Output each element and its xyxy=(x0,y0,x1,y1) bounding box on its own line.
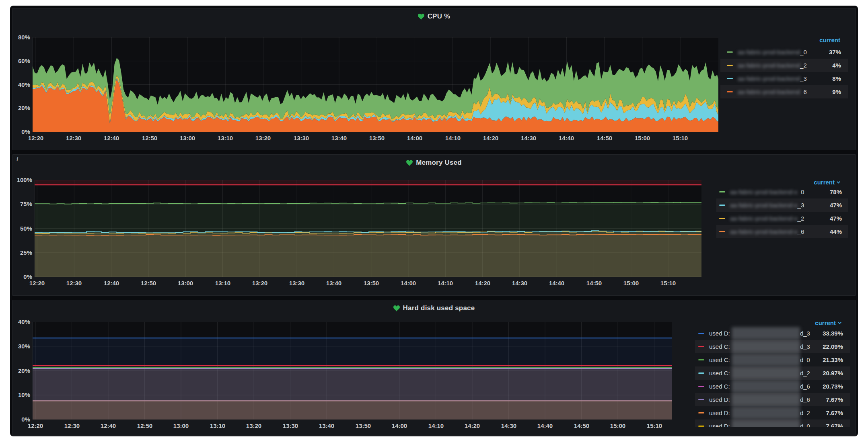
y-axis-tick-label: 20% xyxy=(12,367,30,374)
series-name[interactable]: aa-fabric-prod-backend_6 xyxy=(738,88,807,95)
series-name[interactable]: used C: d_2 xyxy=(709,368,810,379)
legend-row: used C: d_620.73% xyxy=(695,380,850,393)
legend-row: aa-fabric-prod-backend-x_347% xyxy=(716,198,848,212)
y-axis-tick-label: 80% xyxy=(12,34,30,41)
series-name[interactable]: used D: d_2 xyxy=(709,407,810,418)
series-name-suffix: d_3 xyxy=(800,343,810,350)
series-name[interactable]: aa-fabric-prod-backend-x_2 xyxy=(730,215,804,222)
series-name-suffix: d_0 xyxy=(800,423,810,427)
x-axis-tick-label: 12:50 xyxy=(134,280,162,287)
series-color-marker xyxy=(719,191,725,192)
series-color-marker xyxy=(698,412,704,413)
series-name-suffix: d_0 xyxy=(800,356,810,363)
panel-info-icon[interactable]: i xyxy=(16,156,18,163)
x-axis-tick-label: 14:50 xyxy=(568,422,596,430)
y-axis-tick-label: 100% xyxy=(14,176,32,184)
x-axis-tick-label: 14:20 xyxy=(458,422,486,430)
series-color-marker xyxy=(698,426,704,427)
y-axis-tick-label: 40% xyxy=(12,318,30,325)
fill-series-backend_6 xyxy=(35,234,701,277)
cpu-chart[interactable] xyxy=(33,37,718,132)
legend-row: aa-fabric-prod-backend_69% xyxy=(720,85,848,98)
series-current-value: 21.33% xyxy=(823,356,843,363)
series-color-marker xyxy=(698,346,704,347)
series-name-prefix: used C: xyxy=(709,370,732,377)
series-name[interactable]: used D: d_0 xyxy=(709,421,810,427)
series-current-value: 78% xyxy=(830,188,842,195)
series-name[interactable]: used D: d_6 xyxy=(709,394,810,405)
chevron-down-icon xyxy=(837,320,842,325)
series-name[interactable]: used C: d_3 xyxy=(709,341,810,352)
series-name[interactable]: used C: d_0 xyxy=(709,354,810,365)
series-name[interactable]: used C: d_6 xyxy=(709,381,810,392)
x-axis-tick-label: 14:30 xyxy=(506,280,534,287)
series-color-marker xyxy=(719,218,725,219)
legend-row: used C: d_322.09% xyxy=(695,340,850,353)
legend-header-current[interactable]: current xyxy=(819,37,840,43)
panel-header-memory[interactable]: Memory Used xyxy=(12,157,856,168)
series-name-prefix: used C: xyxy=(709,343,732,350)
memory-chart[interactable] xyxy=(35,180,701,277)
legend-row: used D: d_333.39% xyxy=(695,327,850,340)
series-name-suffix: d_6 xyxy=(800,383,810,390)
redacted-name-text: aa-fabric-prod-backend-x xyxy=(730,202,798,209)
x-axis-tick-label: 15:00 xyxy=(617,280,645,287)
panel-header-cpu[interactable]: CPU % xyxy=(12,11,856,22)
x-axis-tick-label: 13:50 xyxy=(357,280,385,287)
x-axis-tick-label: 14:00 xyxy=(385,422,413,430)
series-name-suffix: d_3 xyxy=(800,330,810,337)
series-current-value: 7.67% xyxy=(826,423,843,427)
disk-chart[interactable] xyxy=(33,322,672,419)
series-name[interactable]: aa-fabric-prod-backend-x_3 xyxy=(730,202,804,209)
y-axis-tick-label: 20% xyxy=(12,104,30,112)
x-axis-tick-label: 14:20 xyxy=(477,135,505,142)
x-axis-tick-label: 14:00 xyxy=(401,135,429,142)
y-axis-tick-label: 40% xyxy=(12,81,30,88)
series-current-value: 7.67% xyxy=(826,396,843,403)
series-name[interactable]: aa-fabric-prod-backend_0 xyxy=(738,49,807,55)
panel-title: Hard disk used space xyxy=(403,304,475,312)
x-axis-tick-label: 14:00 xyxy=(394,280,422,287)
x-axis-tick-label: 14:30 xyxy=(514,135,543,142)
series-name-prefix: used C: xyxy=(709,356,732,363)
y-axis-tick-label: 50% xyxy=(14,225,32,232)
series-name[interactable]: aa-fabric-prod-backend_2 xyxy=(738,62,807,69)
x-axis-tick-label: 13:20 xyxy=(240,422,268,430)
legend-row: aa-fabric-prod-backend-x_644% xyxy=(716,225,848,238)
x-axis-tick-label: 13:30 xyxy=(283,280,311,287)
redacted-name-block xyxy=(732,354,800,366)
series-name[interactable]: used D: d_3 xyxy=(709,328,810,339)
series-current-value: 4% xyxy=(832,62,841,69)
series-name[interactable]: aa-fabric-prod-backend-x_0 xyxy=(730,188,804,195)
panel-header-disk[interactable]: Hard disk used space xyxy=(12,303,856,314)
legend-header-current[interactable]: current xyxy=(814,179,835,186)
series-color-marker xyxy=(698,333,704,334)
series-name-suffix: _6 xyxy=(800,88,807,95)
x-axis-tick-label: 12:30 xyxy=(60,280,88,287)
redacted-name-text: aa-fabric-prod-backend xyxy=(738,49,800,55)
x-axis-tick-label: 13:50 xyxy=(349,422,377,430)
legend-row: aa-fabric-prod-backend-x_078% xyxy=(716,185,848,198)
fill-series-used_D_6 xyxy=(33,401,672,419)
legend-row: aa-fabric-prod-backend_24% xyxy=(720,59,848,72)
x-axis-tick-label: 14:50 xyxy=(580,280,608,287)
legend-row: aa-fabric-prod-backend_037% xyxy=(720,45,848,59)
series-name-suffix: _0 xyxy=(798,188,804,195)
x-axis-tick-label: 14:40 xyxy=(543,280,571,287)
x-axis-tick-label: 13:40 xyxy=(325,135,353,142)
disk-legend: currentused D: d_333.39%used C: d_322.09… xyxy=(695,319,850,427)
series-color-marker xyxy=(698,372,704,374)
series-name[interactable]: aa-fabric-prod-backend_3 xyxy=(738,75,807,82)
x-axis-tick-label: 12:40 xyxy=(94,422,122,430)
panel-disk: Hard disk used space currentused D: d_33… xyxy=(12,300,856,436)
x-axis-tick-label: 14:10 xyxy=(431,280,459,287)
alert-ok-heart-icon xyxy=(393,305,400,311)
series-name[interactable]: aa-fabric-prod-backend-x_6 xyxy=(730,228,804,235)
redacted-name-text: aa-fabric-prod-backend xyxy=(738,62,800,69)
series-color-marker xyxy=(727,78,733,79)
series-name-prefix: used D: xyxy=(709,330,732,337)
legend-header-current[interactable]: current xyxy=(815,319,836,326)
x-axis-tick-label: 14:10 xyxy=(439,135,467,142)
redacted-name-block xyxy=(732,420,800,427)
series-current-value: 20.97% xyxy=(823,370,843,377)
